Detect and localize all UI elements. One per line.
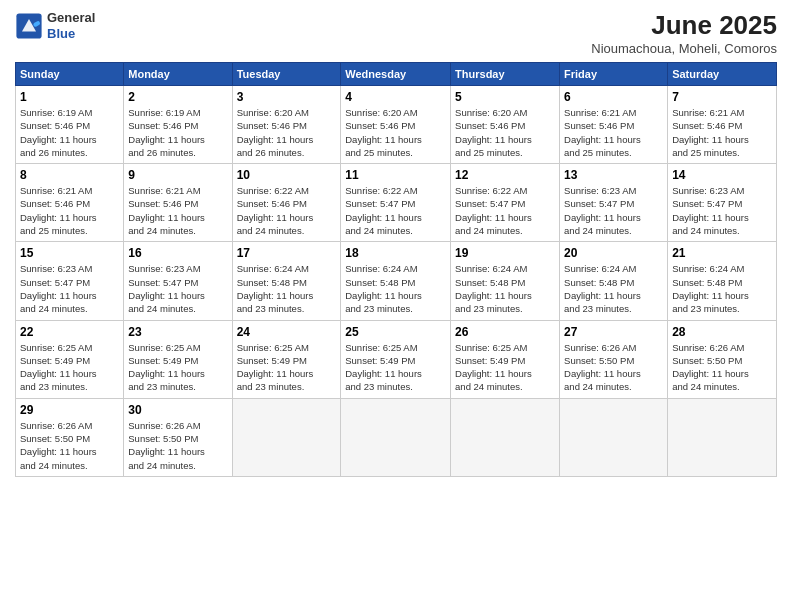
day-number: 14 — [672, 168, 772, 182]
day-number: 22 — [20, 325, 119, 339]
day-number: 10 — [237, 168, 337, 182]
calendar-week-row: 15Sunrise: 6:23 AM Sunset: 5:47 PM Dayli… — [16, 242, 777, 320]
calendar-cell: 13Sunrise: 6:23 AM Sunset: 5:47 PM Dayli… — [560, 164, 668, 242]
day-info: Sunrise: 6:23 AM Sunset: 5:47 PM Dayligh… — [564, 184, 663, 237]
calendar-cell: 8Sunrise: 6:21 AM Sunset: 5:46 PM Daylig… — [16, 164, 124, 242]
calendar-cell — [668, 398, 777, 476]
calendar-header: SundayMondayTuesdayWednesdayThursdayFrid… — [16, 63, 777, 86]
weekday-header-tuesday: Tuesday — [232, 63, 341, 86]
page-container: General Blue June 2025 Nioumachoua, Mohe… — [0, 0, 792, 487]
day-info: Sunrise: 6:26 AM Sunset: 5:50 PM Dayligh… — [672, 341, 772, 394]
weekday-header-friday: Friday — [560, 63, 668, 86]
day-info: Sunrise: 6:25 AM Sunset: 5:49 PM Dayligh… — [20, 341, 119, 394]
calendar-cell: 27Sunrise: 6:26 AM Sunset: 5:50 PM Dayli… — [560, 320, 668, 398]
day-info: Sunrise: 6:26 AM Sunset: 5:50 PM Dayligh… — [564, 341, 663, 394]
calendar-table: SundayMondayTuesdayWednesdayThursdayFrid… — [15, 62, 777, 477]
day-number: 17 — [237, 246, 337, 260]
calendar-body: 1Sunrise: 6:19 AM Sunset: 5:46 PM Daylig… — [16, 86, 777, 477]
day-info: Sunrise: 6:25 AM Sunset: 5:49 PM Dayligh… — [345, 341, 446, 394]
calendar-cell: 16Sunrise: 6:23 AM Sunset: 5:47 PM Dayli… — [124, 242, 232, 320]
day-info: Sunrise: 6:26 AM Sunset: 5:50 PM Dayligh… — [128, 419, 227, 472]
calendar-cell: 29Sunrise: 6:26 AM Sunset: 5:50 PM Dayli… — [16, 398, 124, 476]
day-number: 18 — [345, 246, 446, 260]
weekday-header-wednesday: Wednesday — [341, 63, 451, 86]
calendar-week-row: 22Sunrise: 6:25 AM Sunset: 5:49 PM Dayli… — [16, 320, 777, 398]
day-info: Sunrise: 6:19 AM Sunset: 5:46 PM Dayligh… — [20, 106, 119, 159]
weekday-header-saturday: Saturday — [668, 63, 777, 86]
calendar-cell: 20Sunrise: 6:24 AM Sunset: 5:48 PM Dayli… — [560, 242, 668, 320]
logo-blue-text: Blue — [47, 26, 95, 42]
calendar-cell: 7Sunrise: 6:21 AM Sunset: 5:46 PM Daylig… — [668, 86, 777, 164]
calendar-cell: 30Sunrise: 6:26 AM Sunset: 5:50 PM Dayli… — [124, 398, 232, 476]
day-info: Sunrise: 6:20 AM Sunset: 5:46 PM Dayligh… — [237, 106, 337, 159]
day-info: Sunrise: 6:26 AM Sunset: 5:50 PM Dayligh… — [20, 419, 119, 472]
day-info: Sunrise: 6:21 AM Sunset: 5:46 PM Dayligh… — [564, 106, 663, 159]
calendar-cell: 6Sunrise: 6:21 AM Sunset: 5:46 PM Daylig… — [560, 86, 668, 164]
calendar-cell: 19Sunrise: 6:24 AM Sunset: 5:48 PM Dayli… — [451, 242, 560, 320]
day-number: 8 — [20, 168, 119, 182]
day-number: 6 — [564, 90, 663, 104]
day-info: Sunrise: 6:22 AM Sunset: 5:46 PM Dayligh… — [237, 184, 337, 237]
calendar-cell: 23Sunrise: 6:25 AM Sunset: 5:49 PM Dayli… — [124, 320, 232, 398]
calendar-week-row: 1Sunrise: 6:19 AM Sunset: 5:46 PM Daylig… — [16, 86, 777, 164]
day-number: 16 — [128, 246, 227, 260]
day-info: Sunrise: 6:23 AM Sunset: 5:47 PM Dayligh… — [672, 184, 772, 237]
calendar-cell: 2Sunrise: 6:19 AM Sunset: 5:46 PM Daylig… — [124, 86, 232, 164]
logo-general-text: General — [47, 10, 95, 26]
day-info: Sunrise: 6:25 AM Sunset: 5:49 PM Dayligh… — [237, 341, 337, 394]
day-number: 26 — [455, 325, 555, 339]
day-number: 9 — [128, 168, 227, 182]
day-number: 27 — [564, 325, 663, 339]
calendar-cell: 25Sunrise: 6:25 AM Sunset: 5:49 PM Dayli… — [341, 320, 451, 398]
calendar-cell: 5Sunrise: 6:20 AM Sunset: 5:46 PM Daylig… — [451, 86, 560, 164]
day-number: 12 — [455, 168, 555, 182]
calendar-cell: 15Sunrise: 6:23 AM Sunset: 5:47 PM Dayli… — [16, 242, 124, 320]
day-number: 29 — [20, 403, 119, 417]
day-info: Sunrise: 6:22 AM Sunset: 5:47 PM Dayligh… — [345, 184, 446, 237]
calendar-title: June 2025 — [591, 10, 777, 41]
calendar-cell: 4Sunrise: 6:20 AM Sunset: 5:46 PM Daylig… — [341, 86, 451, 164]
day-info: Sunrise: 6:25 AM Sunset: 5:49 PM Dayligh… — [455, 341, 555, 394]
weekday-header-thursday: Thursday — [451, 63, 560, 86]
day-info: Sunrise: 6:24 AM Sunset: 5:48 PM Dayligh… — [672, 262, 772, 315]
day-number: 23 — [128, 325, 227, 339]
calendar-cell: 14Sunrise: 6:23 AM Sunset: 5:47 PM Dayli… — [668, 164, 777, 242]
calendar-cell: 18Sunrise: 6:24 AM Sunset: 5:48 PM Dayli… — [341, 242, 451, 320]
day-info: Sunrise: 6:24 AM Sunset: 5:48 PM Dayligh… — [345, 262, 446, 315]
day-info: Sunrise: 6:22 AM Sunset: 5:47 PM Dayligh… — [455, 184, 555, 237]
day-number: 24 — [237, 325, 337, 339]
header-row: General Blue June 2025 Nioumachoua, Mohe… — [15, 10, 777, 56]
calendar-cell: 3Sunrise: 6:20 AM Sunset: 5:46 PM Daylig… — [232, 86, 341, 164]
day-info: Sunrise: 6:24 AM Sunset: 5:48 PM Dayligh… — [237, 262, 337, 315]
day-info: Sunrise: 6:19 AM Sunset: 5:46 PM Dayligh… — [128, 106, 227, 159]
day-number: 15 — [20, 246, 119, 260]
logo: General Blue — [15, 10, 95, 41]
calendar-cell — [341, 398, 451, 476]
day-number: 20 — [564, 246, 663, 260]
calendar-cell: 11Sunrise: 6:22 AM Sunset: 5:47 PM Dayli… — [341, 164, 451, 242]
calendar-cell: 22Sunrise: 6:25 AM Sunset: 5:49 PM Dayli… — [16, 320, 124, 398]
day-number: 2 — [128, 90, 227, 104]
day-info: Sunrise: 6:21 AM Sunset: 5:46 PM Dayligh… — [672, 106, 772, 159]
calendar-subtitle: Nioumachoua, Moheli, Comoros — [591, 41, 777, 56]
day-number: 30 — [128, 403, 227, 417]
day-info: Sunrise: 6:20 AM Sunset: 5:46 PM Dayligh… — [455, 106, 555, 159]
logo-icon — [15, 12, 43, 40]
calendar-cell: 28Sunrise: 6:26 AM Sunset: 5:50 PM Dayli… — [668, 320, 777, 398]
weekday-header-monday: Monday — [124, 63, 232, 86]
day-number: 7 — [672, 90, 772, 104]
title-block: June 2025 Nioumachoua, Moheli, Comoros — [591, 10, 777, 56]
calendar-cell — [232, 398, 341, 476]
day-info: Sunrise: 6:21 AM Sunset: 5:46 PM Dayligh… — [20, 184, 119, 237]
day-info: Sunrise: 6:23 AM Sunset: 5:47 PM Dayligh… — [128, 262, 227, 315]
day-number: 3 — [237, 90, 337, 104]
day-info: Sunrise: 6:24 AM Sunset: 5:48 PM Dayligh… — [455, 262, 555, 315]
calendar-cell: 9Sunrise: 6:21 AM Sunset: 5:46 PM Daylig… — [124, 164, 232, 242]
weekday-header-row: SundayMondayTuesdayWednesdayThursdayFrid… — [16, 63, 777, 86]
weekday-header-sunday: Sunday — [16, 63, 124, 86]
logo-text: General Blue — [47, 10, 95, 41]
day-info: Sunrise: 6:21 AM Sunset: 5:46 PM Dayligh… — [128, 184, 227, 237]
day-number: 21 — [672, 246, 772, 260]
day-info: Sunrise: 6:23 AM Sunset: 5:47 PM Dayligh… — [20, 262, 119, 315]
day-number: 25 — [345, 325, 446, 339]
